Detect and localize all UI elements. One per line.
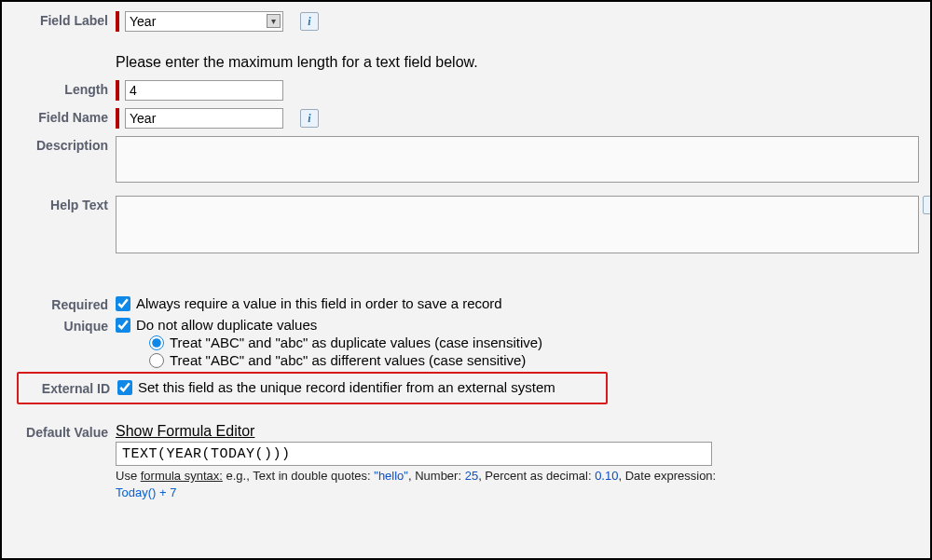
label-default-value: Default Value (2, 423, 116, 500)
form-panel: Field Label ▾ i Please enter the maximum… (0, 0, 932, 560)
row-default-value: Default Value Show Formula Editor Use fo… (2, 423, 930, 500)
external-id-checkbox-label: Set this field as the unique record iden… (138, 379, 555, 395)
external-id-checkbox-line[interactable]: Set this field as the unique record iden… (117, 379, 595, 395)
label-field-label: Field Label (2, 11, 116, 78)
autofill-icon[interactable]: ▾ (267, 14, 281, 28)
row-length: Length (2, 80, 930, 101)
info-icon[interactable]: i (300, 12, 319, 31)
help-text-textarea[interactable] (116, 196, 919, 253)
label-unique: Unique (2, 317, 116, 370)
case-sensitive-radio[interactable] (149, 353, 164, 368)
length-input[interactable] (125, 80, 283, 101)
required-indicator (116, 11, 119, 32)
required-checkbox-label: Always require a value in this field in … (136, 295, 502, 311)
label-required: Required (2, 295, 116, 313)
label-help-text: Help Text (2, 196, 116, 256)
info-icon[interactable]: i (923, 196, 932, 214)
case-insensitive-radio[interactable] (149, 335, 164, 350)
unique-checkbox[interactable] (116, 318, 130, 333)
external-id-checkbox[interactable] (117, 380, 132, 395)
row-unique: Unique Do not allow duplicate values Tre… (2, 317, 930, 370)
required-indicator (116, 80, 119, 101)
label-field-name: Field Name (2, 108, 116, 129)
unique-checkbox-label: Do not allow duplicate values (136, 317, 317, 333)
case-insensitive-radio-line[interactable]: Treat "ABC" and "abc" as duplicate value… (149, 335, 919, 350)
date-expression-example-link[interactable]: Today() + 7 (116, 485, 176, 499)
case-sensitive-label: Treat "ABC" and "abc" as different value… (170, 352, 526, 368)
label-length: Length (2, 80, 116, 101)
case-sensitive-radio-line[interactable]: Treat "ABC" and "abc" as different value… (149, 352, 919, 368)
description-textarea[interactable] (116, 136, 919, 183)
row-field-label: Field Label ▾ i Please enter the maximum… (2, 11, 930, 78)
info-icon[interactable]: i (300, 109, 319, 128)
field-name-input[interactable] (125, 108, 283, 129)
default-value-input[interactable] (116, 442, 712, 466)
row-required: Required Always require a value in this … (2, 295, 930, 313)
required-indicator (116, 108, 119, 129)
show-formula-editor-link[interactable]: Show Formula Editor (116, 423, 919, 440)
length-instruction: Please enter the maximum length for a te… (116, 54, 919, 71)
case-insensitive-label: Treat "ABC" and "abc" as duplicate value… (170, 335, 542, 350)
row-help-text: Help Text i (2, 196, 930, 256)
row-description: Description (2, 136, 930, 183)
row-field-name: Field Name i (2, 108, 930, 129)
external-id-highlight: External ID Set this field as the unique… (17, 372, 608, 404)
formula-syntax-help: Use formula syntax: e.g., Text in double… (116, 468, 919, 500)
label-external-id: External ID (19, 379, 117, 397)
required-checkbox-line[interactable]: Always require a value in this field in … (116, 295, 919, 311)
unique-checkbox-line[interactable]: Do not allow duplicate values (116, 317, 919, 333)
label-description: Description (2, 136, 116, 183)
required-checkbox[interactable] (116, 296, 130, 311)
field-label-input[interactable] (125, 11, 283, 32)
